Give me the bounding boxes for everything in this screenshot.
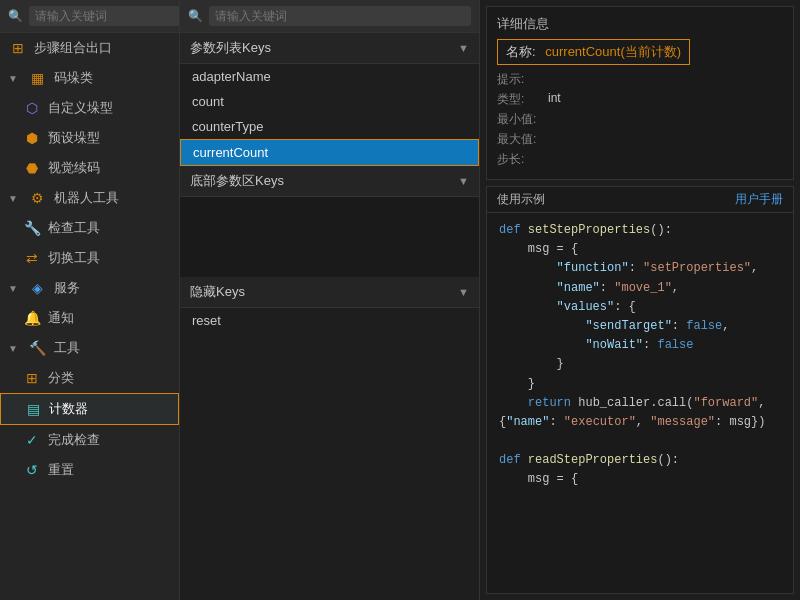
detail-hint-label: 提示: bbox=[497, 71, 542, 88]
user-manual-link[interactable]: 用户手册 bbox=[735, 191, 783, 208]
section-title: 底部参数区Keys bbox=[190, 172, 284, 190]
sidebar-item-counter[interactable]: ▤计数器 bbox=[0, 393, 179, 425]
detail-type-value: int bbox=[548, 91, 561, 108]
detail-name-box: 名称: currentCount(当前计数) bbox=[497, 39, 690, 65]
sidebar-item-label: 步骤组合出口 bbox=[34, 39, 112, 57]
middle-panel: 🔍 参数列表Keys▼adapterNamecountcounterTypecu… bbox=[180, 0, 480, 600]
param-item-count[interactable]: count bbox=[180, 89, 479, 114]
sidebar-item-notify[interactable]: 🔔通知 bbox=[0, 303, 179, 333]
section-title: 隐藏Keys bbox=[190, 283, 245, 301]
sidebar-item-icon: ▦ bbox=[28, 68, 48, 88]
detail-min-row: 最小值: bbox=[497, 111, 783, 128]
detail-max-label: 最大值: bbox=[497, 131, 542, 148]
middle-search-input[interactable] bbox=[209, 6, 471, 26]
sidebar-item-label: 视觉续码 bbox=[48, 159, 100, 177]
section-empty bbox=[180, 197, 479, 277]
chevron-down-icon: ▼ bbox=[458, 175, 469, 187]
sidebar-item-preset-stack[interactable]: ⬢预设垛型 bbox=[0, 123, 179, 153]
sidebar-item-service[interactable]: ▼◈服务 bbox=[0, 273, 179, 303]
sidebar-item-steps-combo[interactable]: ⊞步骤组合出口 bbox=[0, 33, 179, 63]
sidebar-search-bar: 🔍 ⊡ bbox=[0, 0, 179, 33]
sidebar-item-label: 重置 bbox=[48, 461, 74, 479]
sidebar-item-label: 工具 bbox=[54, 339, 80, 357]
usage-header: 使用示例 用户手册 bbox=[487, 187, 793, 213]
sidebar-item-custom-stack[interactable]: ⬡自定义垛型 bbox=[0, 93, 179, 123]
middle-sections: 参数列表Keys▼adapterNamecountcounterTypecurr… bbox=[180, 33, 479, 333]
sidebar-item-icon: ⬢ bbox=[22, 128, 42, 148]
sidebar-item-label: 完成检查 bbox=[48, 431, 100, 449]
sidebar-item-icon: ⊞ bbox=[8, 38, 28, 58]
sidebar-item-label: 自定义垛型 bbox=[48, 99, 113, 117]
sidebar-item-robot-tool[interactable]: ▼⚙机器人工具 bbox=[0, 183, 179, 213]
detail-name-value: currentCount(当前计数) bbox=[545, 44, 681, 59]
sidebar-item-label: 预设垛型 bbox=[48, 129, 100, 147]
sidebar-item-label: 计数器 bbox=[49, 400, 88, 418]
sidebar-item-icon: ⊞ bbox=[22, 368, 42, 388]
sidebar-item-visual-code[interactable]: ⬣视觉续码 bbox=[0, 153, 179, 183]
param-item-counterType[interactable]: counterType bbox=[180, 114, 479, 139]
detail-hint-row: 提示: bbox=[497, 71, 783, 88]
sidebar-item-label: 分类 bbox=[48, 369, 74, 387]
sidebar-item-reset[interactable]: ↺重置 bbox=[0, 455, 179, 485]
detail-name-label: 名称: bbox=[506, 44, 536, 59]
app-layout: 🔍 ⊡ ⊞步骤组合出口▼▦码垛类⬡自定义垛型⬢预设垛型⬣视觉续码▼⚙机器人工具🔧… bbox=[0, 0, 800, 600]
section-header-hidden[interactable]: 隐藏Keys▼ bbox=[180, 277, 479, 308]
chevron-down-icon: ▼ bbox=[8, 343, 18, 354]
sidebar-item-icon: ⬣ bbox=[22, 158, 42, 178]
section-title: 参数列表Keys bbox=[190, 39, 271, 57]
chevron-down-icon: ▼ bbox=[8, 73, 18, 84]
middle-search-bar: 🔍 bbox=[180, 0, 479, 33]
section-content-params: adapterNamecountcounterTypecurrentCount bbox=[180, 64, 479, 166]
usage-panel: 使用示例 用户手册 def setStepProperties(): msg =… bbox=[486, 186, 794, 594]
sidebar-item-label: 切换工具 bbox=[48, 249, 100, 267]
section-header-bottom-params[interactable]: 底部参数区Keys▼ bbox=[180, 166, 479, 197]
middle-search-icon: 🔍 bbox=[188, 9, 203, 23]
param-item-adapterName[interactable]: adapterName bbox=[180, 64, 479, 89]
sidebar: 🔍 ⊡ ⊞步骤组合出口▼▦码垛类⬡自定义垛型⬢预设垛型⬣视觉续码▼⚙机器人工具🔧… bbox=[0, 0, 180, 600]
sidebar-items-container: ⊞步骤组合出口▼▦码垛类⬡自定义垛型⬢预设垛型⬣视觉续码▼⚙机器人工具🔧检查工具… bbox=[0, 33, 179, 485]
sidebar-item-icon: ▤ bbox=[23, 399, 43, 419]
section-content-bottom-params bbox=[180, 197, 479, 277]
sidebar-item-label: 检查工具 bbox=[48, 219, 100, 237]
sidebar-item-label: 码垛类 bbox=[54, 69, 93, 87]
detail-type-row: 类型: int bbox=[497, 91, 783, 108]
sidebar-item-code-class[interactable]: ▼▦码垛类 bbox=[0, 63, 179, 93]
detail-step-row: 步长: bbox=[497, 151, 783, 168]
search-icon: 🔍 bbox=[8, 9, 23, 23]
sidebar-item-icon: ◈ bbox=[28, 278, 48, 298]
usage-title: 使用示例 bbox=[497, 191, 545, 208]
usage-code-block: def setStepProperties(): msg = { "functi… bbox=[487, 213, 793, 593]
detail-type-label: 类型: bbox=[497, 91, 542, 108]
sidebar-item-icon: 🔔 bbox=[22, 308, 42, 328]
chevron-down-icon: ▼ bbox=[8, 283, 18, 294]
sidebar-search-input[interactable] bbox=[29, 6, 180, 26]
section-content-hidden: reset bbox=[180, 308, 479, 333]
sidebar-item-icon: ⚙ bbox=[28, 188, 48, 208]
right-panel: 详细信息 名称: currentCount(当前计数) 提示: 类型: int … bbox=[480, 0, 800, 600]
chevron-down-icon: ▼ bbox=[8, 193, 18, 204]
sidebar-item-icon: ⇄ bbox=[22, 248, 42, 268]
param-item-reset[interactable]: reset bbox=[180, 308, 479, 333]
detail-info-panel: 详细信息 名称: currentCount(当前计数) 提示: 类型: int … bbox=[486, 6, 794, 180]
param-item-currentCount[interactable]: currentCount bbox=[180, 139, 479, 166]
sidebar-item-label: 服务 bbox=[54, 279, 80, 297]
section-header-params[interactable]: 参数列表Keys▼ bbox=[180, 33, 479, 64]
sidebar-item-tool[interactable]: ▼🔨工具 bbox=[0, 333, 179, 363]
sidebar-item-icon: 🔧 bbox=[22, 218, 42, 238]
detail-max-row: 最大值: bbox=[497, 131, 783, 148]
sidebar-item-classify[interactable]: ⊞分类 bbox=[0, 363, 179, 393]
detail-section-title: 详细信息 bbox=[497, 15, 783, 33]
chevron-down-icon: ▼ bbox=[458, 42, 469, 54]
sidebar-item-icon: ⬡ bbox=[22, 98, 42, 118]
sidebar-item-label: 通知 bbox=[48, 309, 74, 327]
detail-step-label: 步长: bbox=[497, 151, 542, 168]
chevron-down-icon: ▼ bbox=[458, 286, 469, 298]
sidebar-item-icon: ↺ bbox=[22, 460, 42, 480]
detail-min-label: 最小值: bbox=[497, 111, 542, 128]
sidebar-item-icon: ✓ bbox=[22, 430, 42, 450]
sidebar-item-switch-tool[interactable]: ⇄切换工具 bbox=[0, 243, 179, 273]
sidebar-item-complete-check[interactable]: ✓完成检查 bbox=[0, 425, 179, 455]
sidebar-item-check-tool[interactable]: 🔧检查工具 bbox=[0, 213, 179, 243]
sidebar-item-icon: 🔨 bbox=[28, 338, 48, 358]
sidebar-item-label: 机器人工具 bbox=[54, 189, 119, 207]
